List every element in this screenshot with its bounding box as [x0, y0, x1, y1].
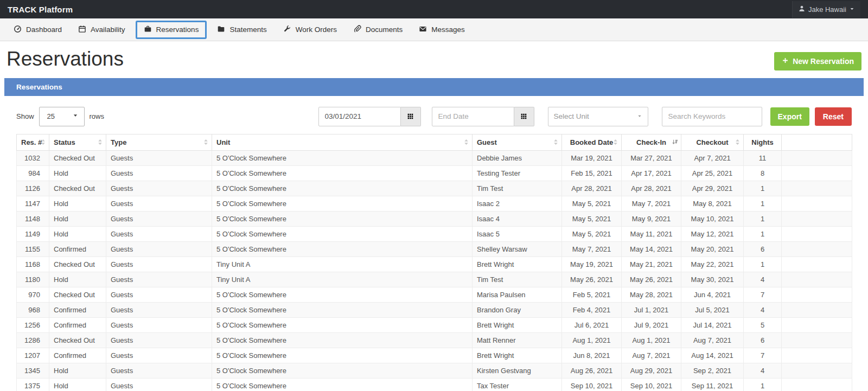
- end-date-calendar-button[interactable]: [514, 107, 534, 126]
- cell-type: Guests: [106, 241, 212, 257]
- export-button[interactable]: Export: [770, 107, 809, 126]
- cell-booked-date: May 26, 2021: [562, 272, 622, 287]
- cell-type: Guests: [106, 272, 212, 287]
- unit-select[interactable]: Select Unit: [548, 107, 648, 126]
- nav-tab-documents[interactable]: Documents: [345, 21, 411, 39]
- table-row[interactable]: 1032Checked OutGuests5 O'Clock Somewhere…: [17, 150, 852, 165]
- cell-type: Guests: [106, 363, 212, 378]
- sort-icon[interactable]: [735, 139, 741, 145]
- page-size-select[interactable]: 25: [39, 107, 85, 126]
- column-header-res-[interactable]: Res. #: [17, 134, 49, 150]
- cell-res-number: 1375: [17, 378, 49, 391]
- cell-checkout: Apr 25, 2021: [681, 165, 744, 181]
- cell-nights: 5: [744, 317, 782, 332]
- table-row[interactable]: 1180HoldGuestsTiny Unit ATim TestMay 26,…: [17, 272, 852, 287]
- chevron-down-icon: [72, 112, 79, 120]
- start-date-group: [318, 107, 421, 126]
- table-row[interactable]: 1147HoldGuests5 O'Clock SomewhereIsaac 2…: [17, 196, 852, 211]
- search-input[interactable]: [662, 107, 762, 126]
- end-date-input[interactable]: [432, 107, 514, 126]
- table-row[interactable]: 968ConfirmedGuests5 O'Clock SomewhereBra…: [17, 302, 852, 317]
- cell-check-in: Apr 17, 2021: [622, 165, 681, 181]
- reservations-panel: Reservations Show 25 rows Select Un: [4, 78, 864, 391]
- table-row[interactable]: 1375HoldGuests5 O'Clock SomewhereTax Tes…: [17, 378, 852, 391]
- cell-guest: Tim Test: [473, 272, 562, 287]
- table-row[interactable]: 1126Checked OutGuests5 O'Clock Somewhere…: [17, 181, 852, 196]
- nav-tab-availability[interactable]: Availability: [70, 21, 133, 39]
- table-row[interactable]: 1155ConfirmedGuests5 O'Clock SomewhereSh…: [17, 241, 852, 257]
- cell-status: Confirmed: [49, 317, 106, 332]
- column-header-unit[interactable]: Unit: [212, 134, 473, 150]
- cell-actions: [782, 257, 852, 272]
- cell-res-number: 1032: [17, 150, 49, 165]
- cell-type: Guests: [106, 165, 212, 181]
- plus-icon: [782, 57, 789, 66]
- reservations-table: Res. #StatusTypeUnitGuestBooked DateChec…: [16, 134, 852, 391]
- column-header-checkout[interactable]: Checkout: [681, 134, 744, 150]
- start-date-input[interactable]: [318, 107, 401, 126]
- table-row[interactable]: 1149HoldGuests5 O'Clock SomewhereIsaac 5…: [17, 226, 852, 241]
- cell-checkout: Apr 29, 2021: [681, 181, 744, 196]
- cell-nights: 4: [744, 302, 782, 317]
- table-row[interactable]: 1256ConfirmedGuests5 O'Clock SomewhereBr…: [17, 317, 852, 332]
- page-title: Reservations: [7, 48, 124, 71]
- cell-actions: [782, 241, 852, 257]
- table-row[interactable]: 1168Checked OutGuestsTiny Unit ABrett Wr…: [17, 257, 852, 272]
- cell-check-in: Aug 1, 2021: [622, 332, 681, 348]
- cell-nights: 1: [744, 226, 782, 241]
- cell-unit: 5 O'Clock Somewhere: [212, 181, 473, 196]
- cell-check-in: Mar 27, 2021: [622, 150, 681, 165]
- cell-type: Guests: [106, 181, 212, 196]
- cell-guest: Shelley Warsaw: [473, 241, 562, 257]
- cell-checkout: May 12, 2021: [681, 226, 744, 241]
- nav-tab-reservations[interactable]: Reservations: [136, 21, 207, 39]
- cell-booked-date: May 19, 2021: [562, 257, 622, 272]
- table-row[interactable]: 1286Checked OutGuests5 O'Clock Somewhere…: [17, 332, 852, 348]
- cell-checkout: Sep 2, 2021: [681, 363, 744, 378]
- cell-booked-date: Sep 10, 2021: [562, 378, 622, 391]
- table-row[interactable]: 984HoldGuests5 O'Clock SomewhereTesting …: [17, 165, 852, 181]
- user-menu[interactable]: Jake Hawaii: [792, 1, 860, 18]
- cell-guest: Brett Wright: [473, 348, 562, 363]
- end-date-group: [432, 107, 534, 126]
- column-header-guest[interactable]: Guest: [473, 134, 562, 150]
- cell-actions: [782, 332, 852, 348]
- cell-check-in: May 7, 2021: [622, 196, 681, 211]
- cell-checkout: Apr 7, 2021: [681, 150, 744, 165]
- sort-icon[interactable]: [612, 139, 618, 145]
- table-row[interactable]: 1345HoldGuests5 O'Clock SomewhereKirsten…: [17, 363, 852, 378]
- sort-asc-icon[interactable]: [672, 139, 678, 145]
- table-row[interactable]: 1148HoldGuests5 O'Clock SomewhereIsaac 4…: [17, 211, 852, 226]
- column-header-check-in[interactable]: Check-In: [622, 134, 681, 150]
- app-title: TRACK Platform: [8, 5, 73, 14]
- nav-tab-statements[interactable]: Statements: [209, 21, 275, 39]
- cell-actions: [782, 150, 852, 165]
- sort-icon[interactable]: [553, 139, 559, 145]
- cell-checkout: Aug 14, 2021: [681, 348, 744, 363]
- column-header-type[interactable]: Type: [106, 134, 212, 150]
- nav-tab-work-orders[interactable]: Work Orders: [275, 21, 345, 39]
- cell-status: Hold: [49, 378, 106, 391]
- nav-tab-label: Messages: [431, 25, 465, 34]
- reset-button[interactable]: Reset: [815, 107, 852, 126]
- start-date-calendar-button[interactable]: [401, 107, 421, 126]
- cell-type: Guests: [106, 348, 212, 363]
- sort-icon[interactable]: [203, 139, 209, 145]
- column-header-status[interactable]: Status: [49, 134, 106, 150]
- sort-icon[interactable]: [97, 139, 103, 145]
- nav-tab-dashboard[interactable]: Dashboard: [5, 21, 70, 39]
- cell-checkout: Sep 11, 2021: [681, 378, 744, 391]
- table-row[interactable]: 1207ConfirmedGuests5 O'Clock SomewhereBr…: [17, 348, 852, 363]
- cell-actions: [782, 181, 852, 196]
- table-row[interactable]: 970Checked OutGuests5 O'Clock SomewhereM…: [17, 287, 852, 302]
- cell-unit: 5 O'Clock Somewhere: [212, 211, 473, 226]
- cell-res-number: 1207: [17, 348, 49, 363]
- new-reservation-button[interactable]: New Reservation: [774, 52, 861, 70]
- cell-status: Confirmed: [49, 348, 106, 363]
- column-header-booked-date[interactable]: Booked Date: [562, 134, 622, 150]
- sort-icon[interactable]: [463, 139, 469, 145]
- nav-tab-messages[interactable]: Messages: [411, 21, 473, 39]
- sort-icon[interactable]: [40, 139, 46, 145]
- cell-booked-date: Jun 8, 2021: [562, 348, 622, 363]
- cell-guest: Brett Wright: [473, 257, 562, 272]
